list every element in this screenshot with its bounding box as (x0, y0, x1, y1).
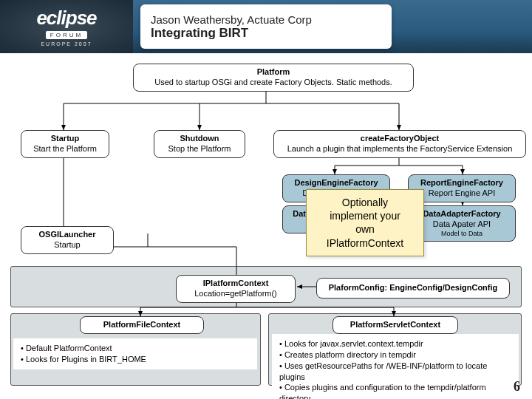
servletcontext-b3: • Copies plugins and configuration to th… (279, 382, 511, 399)
dataadapter-desc: Data Apater API (413, 219, 511, 230)
servletcontext-b0: • Looks for javax.servlet.context.tempdi… (279, 338, 511, 349)
startup-title: Startup (26, 134, 104, 144)
servletcontext-header: PlatformServletContext (332, 316, 458, 334)
platform-box: Platform Used to startup OSGi and create… (133, 64, 414, 92)
shutdown-desc: Stop the Platform (159, 144, 240, 154)
servletcontext-b1: • Creates platform directory in tempdir (279, 349, 511, 361)
shutdown-title: Shutdown (159, 134, 240, 144)
dataadapter-title: DataAdapterFactory (413, 209, 511, 219)
platformconfig-text: PlaformConfig: EngineConfig/DesignConfig (329, 283, 498, 292)
startup-box: Startup Start the Platform (21, 130, 109, 158)
servletcontext-title: PlatformServletContext (350, 320, 440, 329)
createfactory-desc: Launch a plugin that implements the Fact… (279, 144, 521, 154)
tip-l3: own (314, 222, 416, 236)
logo-text-tag: EUROPE 2007 (41, 41, 92, 47)
reportengine-desc: Report Engine API (413, 188, 511, 199)
createfactory-title: createFactoryObject (279, 134, 521, 144)
filecontext-b1: • Looks for Plugins in BIRT_HOME (21, 354, 250, 365)
tip-l1: Optionally (314, 196, 416, 209)
createfactory-box: createFactoryObject Launch a plugin that… (273, 130, 526, 158)
logo-text-sub: FORUM (46, 31, 87, 39)
designengine-title: DesignEngineFactory (287, 178, 385, 188)
tip-callout: Optionally implement your own IPlatformC… (306, 189, 424, 256)
filecontext-title: PlatformFileContext (103, 320, 181, 329)
eclipse-logo: eclipse FORUM EUROPE 2007 (0, 0, 133, 53)
slide-title: Integrating BIRT (151, 26, 381, 41)
filecontext-bullets: • Default PlatformContext • Looks for Pl… (13, 338, 257, 369)
osgilauncher-title: OSGILauncher (26, 230, 109, 240)
platform-title: Platform (138, 67, 409, 78)
servletcontext-b2: • Uses getResourcePaths for /WEB-INF/pla… (279, 361, 511, 383)
dataadapter-note: Model to Data (413, 230, 511, 238)
diagram-area: Platform Used to startup OSGi and create… (0, 58, 532, 399)
osgilauncher-desc: Startup (26, 240, 109, 250)
osgilauncher-box: OSGILauncher Startup (21, 226, 114, 254)
reportengine-title: ReportEngineFactory (413, 178, 511, 188)
platformconfig-box: PlaformConfig: EngineConfig/DesignConfig (316, 278, 510, 299)
filecontext-header: PlatformFileContext (80, 316, 204, 334)
title-card: Jason Weathersby, Actuate Corp Integrati… (140, 4, 392, 49)
iplatformcontext-title: IPlatformContext (181, 279, 290, 289)
platform-desc: Used to startup OSGi and create Factory … (138, 78, 409, 88)
tip-l2: implement your (314, 209, 416, 222)
iplatformcontext-desc: Location=getPlatform() (181, 289, 290, 299)
iplatformcontext-box: IPlatformContext Location=getPlatform() (176, 275, 296, 303)
startup-desc: Start the Platform (26, 144, 104, 154)
slide-header: eclipse FORUM EUROPE 2007 Jason Weathers… (0, 0, 532, 53)
shutdown-box: Shutdown Stop the Platform (154, 130, 245, 158)
page-number: 6 (514, 379, 520, 395)
logo-text-main: eclipse (36, 7, 96, 30)
tip-l4: IPlatformContext (314, 236, 416, 250)
servletcontext-bullets: • Looks for javax.servlet.context.tempdi… (272, 334, 519, 399)
filecontext-b0: • Default PlatformContext (21, 343, 250, 354)
speaker-name: Jason Weathersby, Actuate Corp (151, 13, 381, 26)
